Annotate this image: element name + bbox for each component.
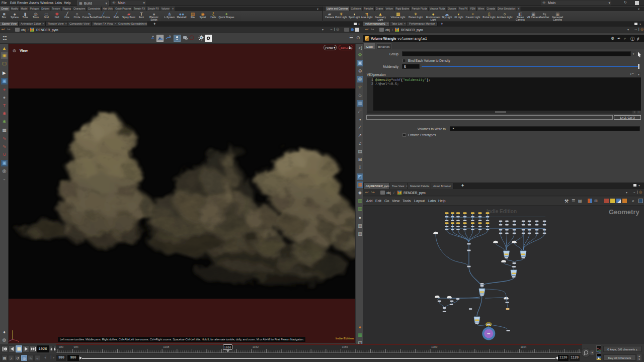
svg-text:1080: 1080 xyxy=(431,345,437,348)
svg-text:980: 980 xyxy=(59,345,63,348)
svg-text:x: x xyxy=(18,340,19,342)
svg-text:1056: 1056 xyxy=(342,345,348,348)
svg-text:1008: 1008 xyxy=(163,345,169,348)
svg-text:1032: 1032 xyxy=(253,345,259,348)
svg-text:1104: 1104 xyxy=(521,345,527,348)
svg-text:984: 984 xyxy=(74,345,78,348)
